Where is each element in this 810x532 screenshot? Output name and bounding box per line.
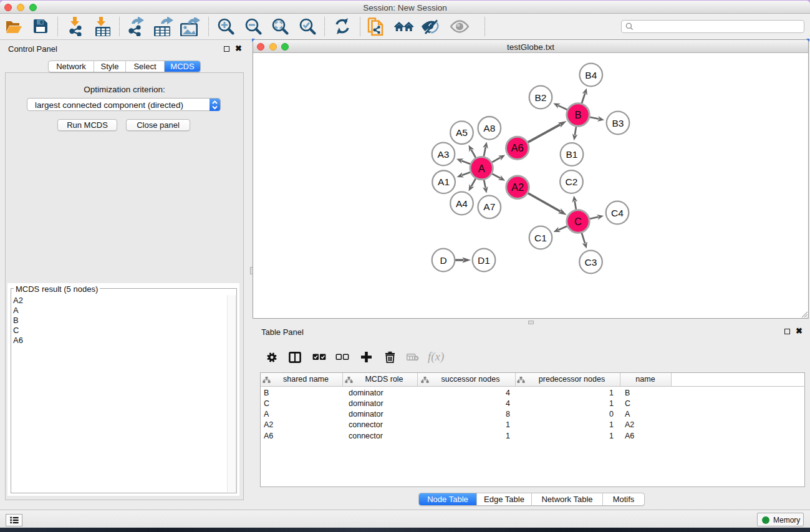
svg-text:A4: A4	[456, 198, 468, 209]
svg-text:B: B	[574, 109, 581, 120]
svg-text:D1: D1	[478, 255, 490, 266]
svg-text:C3: C3	[585, 257, 597, 268]
svg-text:B4: B4	[585, 70, 597, 80]
svg-text:C4: C4	[611, 208, 624, 218]
svg-text:A5: A5	[456, 127, 468, 138]
svg-text:B1: B1	[566, 149, 578, 160]
svg-text:A7: A7	[483, 201, 495, 212]
svg-text:A3: A3	[438, 149, 450, 160]
svg-text:A6: A6	[511, 142, 524, 153]
svg-text:C2: C2	[566, 177, 578, 187]
svg-text:D: D	[440, 255, 446, 266]
svg-text:A1: A1	[438, 177, 450, 187]
svg-text:C: C	[574, 216, 582, 227]
svg-text:B3: B3	[612, 118, 624, 128]
svg-text:A2: A2	[511, 181, 524, 193]
svg-text:C1: C1	[534, 233, 547, 243]
svg-text:A8: A8	[483, 123, 495, 133]
svg-text:A: A	[478, 163, 485, 174]
svg-text:B2: B2	[535, 92, 547, 103]
